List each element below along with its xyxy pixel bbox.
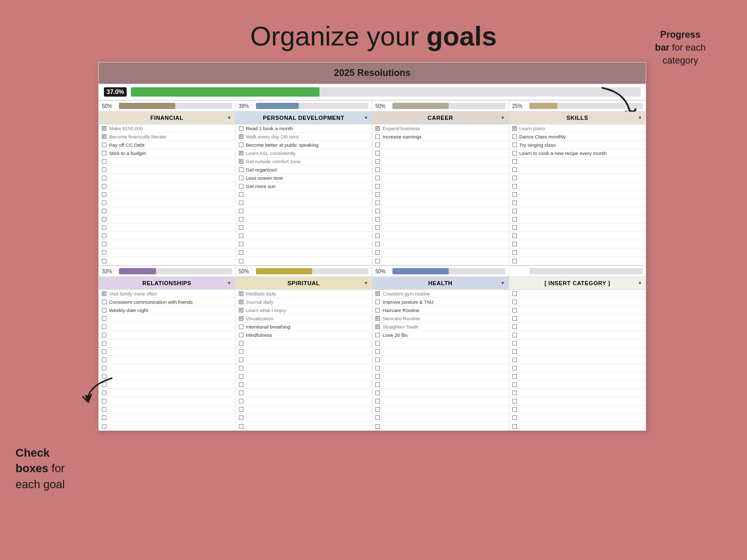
goal-item[interactable] xyxy=(372,389,509,397)
goal-item[interactable] xyxy=(236,422,372,430)
goal-item[interactable] xyxy=(236,397,372,406)
goal-checkbox[interactable] xyxy=(512,176,517,180)
goal-checkbox[interactable] xyxy=(512,316,517,321)
goal-checkbox[interactable] xyxy=(512,333,517,337)
goal-item[interactable] xyxy=(509,364,646,372)
goal-item[interactable] xyxy=(236,372,372,381)
goal-checkbox[interactable] xyxy=(375,415,380,420)
goal-checkbox[interactable] xyxy=(239,308,243,313)
goal-checkbox[interactable] xyxy=(512,217,517,222)
goal-checkbox[interactable] xyxy=(375,341,380,346)
goal-item[interactable] xyxy=(236,232,372,240)
goal-item[interactable]: Learn to cook a new recipe every month xyxy=(509,149,646,158)
goal-item[interactable] xyxy=(372,149,509,158)
goal-checkbox[interactable] xyxy=(102,259,106,263)
goal-checkbox[interactable] xyxy=(512,134,517,139)
goal-checkbox[interactable] xyxy=(512,225,517,230)
goal-item[interactable] xyxy=(509,199,646,207)
goal-item[interactable] xyxy=(372,348,509,356)
goal-item[interactable] xyxy=(236,248,372,257)
goal-checkbox[interactable] xyxy=(102,159,106,164)
goal-checkbox[interactable] xyxy=(512,259,517,263)
goal-checkbox[interactable] xyxy=(375,134,380,139)
goal-checkbox[interactable] xyxy=(239,415,243,420)
goal-checkbox[interactable] xyxy=(239,242,243,246)
goal-item[interactable] xyxy=(236,356,372,364)
goal-checkbox[interactable] xyxy=(102,192,106,197)
goal-item[interactable] xyxy=(236,215,372,224)
goal-checkbox[interactable] xyxy=(102,300,106,304)
goal-checkbox[interactable] xyxy=(102,242,106,246)
goal-checkbox[interactable] xyxy=(102,291,106,296)
goal-item[interactable] xyxy=(372,158,509,166)
goal-item[interactable] xyxy=(236,406,372,414)
goal-checkbox[interactable] xyxy=(375,200,380,205)
goal-item[interactable]: Weekly date night xyxy=(99,306,235,315)
goal-checkbox[interactable] xyxy=(239,225,243,230)
goal-checkbox[interactable] xyxy=(102,217,106,222)
goal-checkbox[interactable] xyxy=(375,159,380,164)
goal-checkbox[interactable] xyxy=(375,407,380,412)
goal-checkbox[interactable] xyxy=(239,176,243,180)
goal-item[interactable] xyxy=(372,414,509,422)
goal-checkbox[interactable] xyxy=(239,143,243,147)
goal-item[interactable] xyxy=(99,339,235,348)
goal-checkbox[interactable] xyxy=(512,324,517,329)
goal-item[interactable] xyxy=(372,141,509,149)
goal-checkbox[interactable] xyxy=(239,366,243,370)
goal-checkbox[interactable] xyxy=(512,308,517,313)
goal-item[interactable] xyxy=(99,356,235,364)
goal-item[interactable] xyxy=(99,381,235,389)
goal-item[interactable] xyxy=(509,422,646,430)
goal-item[interactable] xyxy=(236,364,372,372)
goal-item[interactable]: Consistent communication with friends xyxy=(99,298,235,306)
goal-checkbox[interactable] xyxy=(102,341,106,346)
goal-item[interactable] xyxy=(99,406,235,414)
goal-item[interactable] xyxy=(509,232,646,240)
goal-checkbox[interactable] xyxy=(512,159,517,164)
goal-checkbox[interactable] xyxy=(512,234,517,238)
goal-item[interactable]: Lose 20 lbs xyxy=(372,331,509,339)
goal-checkbox[interactable] xyxy=(375,234,380,238)
goal-checkbox[interactable] xyxy=(512,167,517,172)
goal-checkbox[interactable] xyxy=(239,382,243,387)
goal-checkbox[interactable] xyxy=(239,250,243,255)
financial-dropdown-icon[interactable]: ▼ xyxy=(227,115,232,120)
goal-checkbox[interactable] xyxy=(375,366,380,370)
goal-item[interactable] xyxy=(372,224,509,232)
goal-checkbox[interactable] xyxy=(239,399,243,403)
goal-checkbox[interactable] xyxy=(102,324,106,329)
goal-item[interactable] xyxy=(99,414,235,422)
goal-item[interactable]: Read 1 book a month xyxy=(236,125,372,133)
goal-item[interactable]: Become better at public speaking xyxy=(236,141,372,149)
goal-checkbox[interactable] xyxy=(375,308,380,313)
goal-checkbox[interactable] xyxy=(512,407,517,412)
goal-checkbox[interactable] xyxy=(512,143,517,147)
goal-checkbox[interactable] xyxy=(375,192,380,197)
goal-item[interactable]: Pay off CC Debt xyxy=(99,141,235,149)
goal-checkbox[interactable] xyxy=(102,308,106,313)
goal-item[interactable] xyxy=(99,389,235,397)
goal-item[interactable] xyxy=(509,224,646,232)
goal-checkbox[interactable] xyxy=(239,259,243,263)
goal-checkbox[interactable] xyxy=(102,349,106,354)
goal-item[interactable] xyxy=(99,323,235,331)
goal-item[interactable] xyxy=(99,315,235,323)
goal-checkbox[interactable] xyxy=(375,217,380,222)
goal-checkbox[interactable] xyxy=(239,209,243,213)
goal-item[interactable] xyxy=(236,389,372,397)
goal-checkbox[interactable] xyxy=(375,167,380,172)
goal-checkbox[interactable] xyxy=(512,291,517,296)
goal-item[interactable] xyxy=(99,224,235,232)
goal-item[interactable] xyxy=(372,257,509,265)
goal-checkbox[interactable] xyxy=(239,391,243,395)
goal-checkbox[interactable] xyxy=(102,415,106,420)
goal-item[interactable] xyxy=(236,207,372,215)
goal-item[interactable] xyxy=(372,191,509,199)
goal-checkbox[interactable] xyxy=(102,209,106,213)
goal-checkbox[interactable] xyxy=(102,250,106,255)
goal-item[interactable] xyxy=(99,232,235,240)
goal-checkbox[interactable] xyxy=(512,374,517,379)
goal-checkbox[interactable] xyxy=(375,184,380,189)
goal-item[interactable] xyxy=(99,207,235,215)
